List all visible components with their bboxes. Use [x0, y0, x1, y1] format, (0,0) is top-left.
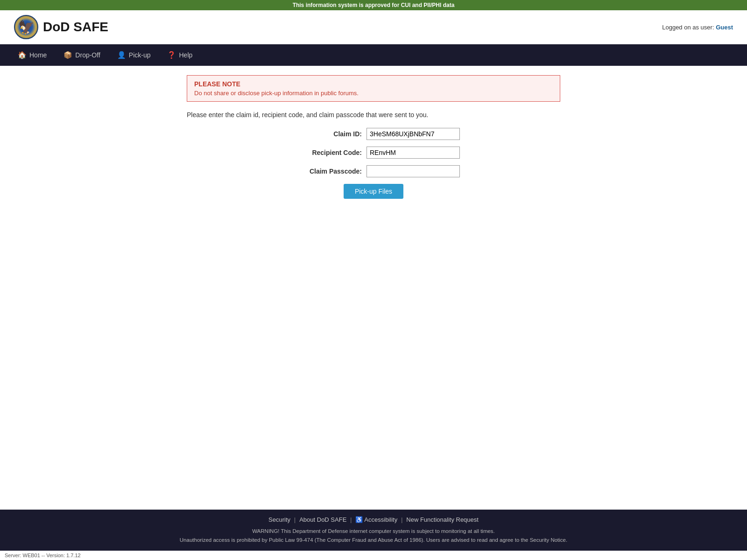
user-status: Logged on as user: Guest	[662, 24, 733, 31]
nav-item-home[interactable]: 🏠 Home	[9, 44, 55, 66]
top-banner-text: This information system is approved for …	[293, 2, 455, 8]
alert-text: Do not share or disclose pick-up informa…	[194, 90, 553, 97]
eagle-icon: 🦅	[18, 20, 35, 35]
pickup-form: Claim ID: Recipient Code: Claim Passcode…	[187, 128, 560, 199]
footer-link-about[interactable]: About DoD SAFE	[299, 516, 346, 523]
nav-item-help[interactable]: ❓ Help	[159, 44, 201, 66]
logged-on-label: Logged on as user:	[662, 24, 714, 31]
instruction-text: Please enter the claim id, recipient cod…	[187, 111, 560, 119]
footer: Security | About DoD SAFE | ♿ Accessibil…	[0, 510, 747, 551]
footer-warning-line1: WARNING! This Department of Defense inte…	[9, 527, 738, 535]
alert-box: PLEASE NOTE Do not share or disclose pic…	[187, 75, 560, 102]
claim-passcode-input[interactable]	[366, 165, 460, 177]
dod-seal-icon: 🦅	[14, 15, 38, 39]
footer-warning: WARNING! This Department of Defense inte…	[9, 527, 738, 544]
submit-row: Pick-up Files	[187, 184, 560, 199]
recipient-code-row: Recipient Code:	[187, 147, 560, 159]
nav-label-help: Help	[179, 51, 192, 59]
help-icon: ❓	[167, 51, 176, 59]
footer-links: Security | About DoD SAFE | ♿ Accessibil…	[9, 516, 738, 523]
pickup-files-button[interactable]: Pick-up Files	[344, 184, 403, 199]
nav-label-pickup: Pick-up	[129, 51, 151, 59]
claim-id-row: Claim ID:	[187, 128, 560, 140]
pickup-icon: 👤	[117, 51, 126, 59]
main-nav: 🏠 Home 📦 Drop-Off 👤 Pick-up ❓ Help	[0, 44, 747, 66]
main-content: PLEASE NOTE Do not share or disclose pic…	[0, 66, 747, 510]
dropoff-icon: 📦	[63, 51, 72, 59]
claim-id-label: Claim ID:	[287, 130, 362, 138]
alert-title: PLEASE NOTE	[194, 80, 553, 88]
recipient-code-label: Recipient Code:	[287, 149, 362, 156]
recipient-code-input[interactable]	[366, 147, 460, 159]
server-info: Server: WEB01 -- Version: 1.7.12	[0, 551, 747, 560]
home-icon: 🏠	[18, 51, 27, 59]
site-title: DoD SAFE	[43, 20, 108, 35]
header: 🦅 DoD SAFE Logged on as user: Guest	[0, 10, 747, 44]
footer-warning-line2: Unauthorized access is prohibited by Pub…	[9, 536, 738, 544]
footer-link-security[interactable]: Security	[268, 516, 290, 523]
claim-passcode-row: Claim Passcode:	[187, 165, 560, 177]
username-display: Guest	[716, 24, 733, 31]
logo-area: 🦅 DoD SAFE	[14, 15, 108, 39]
claim-id-input[interactable]	[366, 128, 460, 140]
nav-label-home: Home	[29, 51, 47, 59]
nav-label-dropoff: Drop-Off	[75, 51, 100, 59]
footer-link-new-functionality[interactable]: New Functionality Request	[406, 516, 479, 523]
top-banner: This information system is approved for …	[0, 0, 747, 10]
nav-item-dropoff[interactable]: 📦 Drop-Off	[55, 44, 108, 66]
claim-passcode-label: Claim Passcode:	[287, 168, 362, 175]
footer-link-accessibility[interactable]: ♿ Accessibility	[355, 516, 397, 523]
nav-item-pickup[interactable]: 👤 Pick-up	[109, 44, 159, 66]
